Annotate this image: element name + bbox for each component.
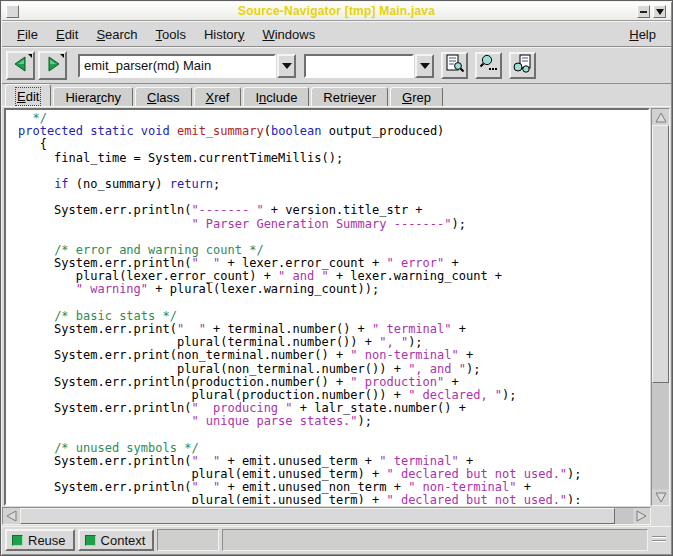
- vertical-scrollbar[interactable]: [651, 108, 670, 506]
- minimize-button[interactable]: [637, 5, 650, 18]
- toggle-label: Reuse: [28, 533, 66, 548]
- code-text: */protected static void emit_summary(boo…: [6, 110, 648, 506]
- code-editor[interactable]: */protected static void emit_summary(boo…: [4, 108, 650, 506]
- menu-help[interactable]: Help: [620, 24, 665, 45]
- toggle-reuse[interactable]: Reuse: [5, 529, 75, 551]
- code-line: plural(emit.unused_term) + " declared bu…: [18, 494, 648, 506]
- search-files-button[interactable]: [475, 52, 502, 79]
- scroll-left-arrow-icon[interactable]: [3, 508, 20, 524]
- tab-grep[interactable]: Grep: [390, 87, 443, 106]
- symbol-combobox: [78, 54, 296, 78]
- toggle-label: Context: [101, 533, 146, 548]
- tab-label: Retriever: [323, 90, 376, 105]
- maximize-button[interactable]: [653, 5, 666, 18]
- tab-class[interactable]: Class: [135, 87, 192, 106]
- menu-file[interactable]: File: [8, 24, 47, 45]
- menu-edit[interactable]: Edit: [47, 24, 87, 45]
- horizontal-scrollbar[interactable]: [2, 507, 651, 525]
- tab-hierarchy[interactable]: Hierarchy: [53, 87, 133, 106]
- mode-tab-bar: EditHierarchyClassXrefIncludeRetrieverGr…: [2, 84, 671, 106]
- code-line: if (no_summary) return;: [18, 178, 648, 191]
- search-combobox-arrow[interactable]: [415, 54, 434, 78]
- app-window: Source-Navigator [tmp] Main.java FileEdi…: [0, 0, 673, 556]
- back-dropdown-icon[interactable]: [28, 54, 32, 58]
- menu-windows[interactable]: Windows: [253, 24, 324, 45]
- editor-region: */protected static void emit_summary(boo…: [2, 106, 671, 506]
- tab-edit[interactable]: Edit: [5, 84, 51, 106]
- window-title: Source-Navigator [tmp] Main.java: [2, 4, 671, 18]
- search-combobox: [304, 54, 434, 78]
- tab-label: Grep: [402, 90, 431, 105]
- toggle-context[interactable]: Context: [78, 529, 155, 551]
- document-magnifier-icon: [444, 53, 465, 78]
- status-panel-large: [222, 529, 648, 551]
- title-bar[interactable]: Source-Navigator [tmp] Main.java: [2, 2, 671, 21]
- tab-label: Edit: [17, 89, 39, 104]
- tab-label: Include: [255, 90, 297, 105]
- code-line: " warning" + plural(lexer.warning_count)…: [18, 283, 648, 296]
- scroll-down-arrow-icon[interactable]: [652, 489, 669, 505]
- menu-history[interactable]: History: [195, 24, 253, 45]
- toolbar: [2, 47, 671, 84]
- forward-dropdown-icon[interactable]: [60, 54, 64, 58]
- vertical-scroll-trough[interactable]: [652, 125, 669, 489]
- tab-label: Xref: [206, 90, 230, 105]
- menu-bar: FileEditSearchToolsHistoryWindowsHelp: [2, 21, 671, 47]
- toggle-indicator-icon: [12, 535, 23, 546]
- code-line: " Parser Generation Summary -------");: [18, 218, 648, 231]
- search-combobox-input[interactable]: [304, 54, 414, 78]
- editor-view-button[interactable]: [441, 52, 468, 79]
- code-line: final_time = System.currentTimeMillis();: [18, 152, 648, 165]
- scroll-up-arrow-icon[interactable]: [652, 109, 669, 125]
- resize-grip[interactable]: [651, 535, 667, 545]
- status-panel-small: [157, 529, 219, 551]
- tab-retriever[interactable]: Retriever: [311, 87, 388, 106]
- binoculars-document-icon: [512, 53, 533, 78]
- toggle-indicator-icon: [85, 535, 96, 546]
- tab-label: Class: [147, 90, 180, 105]
- horizontal-scroll-thumb[interactable]: [20, 508, 615, 524]
- forward-button[interactable]: [38, 51, 67, 80]
- tab-xref[interactable]: Xref: [194, 87, 242, 106]
- code-line: protected static void emit_summary(boole…: [18, 125, 648, 138]
- menu-search[interactable]: Search: [87, 24, 146, 45]
- magnifier-ellipsis-icon: [478, 53, 499, 78]
- symbol-combobox-input[interactable]: [78, 54, 276, 78]
- tab-label: Hierarchy: [65, 90, 121, 105]
- code-line: " unique parse states.");: [18, 415, 648, 428]
- scrollbar-corner: [652, 507, 671, 525]
- status-bar: ReuseContext: [2, 526, 671, 554]
- retriever-button[interactable]: [509, 52, 536, 79]
- scroll-right-arrow-icon[interactable]: [633, 508, 650, 524]
- back-button[interactable]: [6, 51, 35, 80]
- horizontal-scroll-trough[interactable]: [20, 508, 633, 524]
- vertical-scroll-thumb[interactable]: [652, 125, 669, 383]
- tab-include[interactable]: Include: [243, 87, 309, 106]
- horizontal-scrollbar-row: [2, 507, 671, 525]
- symbol-combobox-arrow[interactable]: [277, 54, 296, 78]
- menu-tools[interactable]: Tools: [147, 24, 195, 45]
